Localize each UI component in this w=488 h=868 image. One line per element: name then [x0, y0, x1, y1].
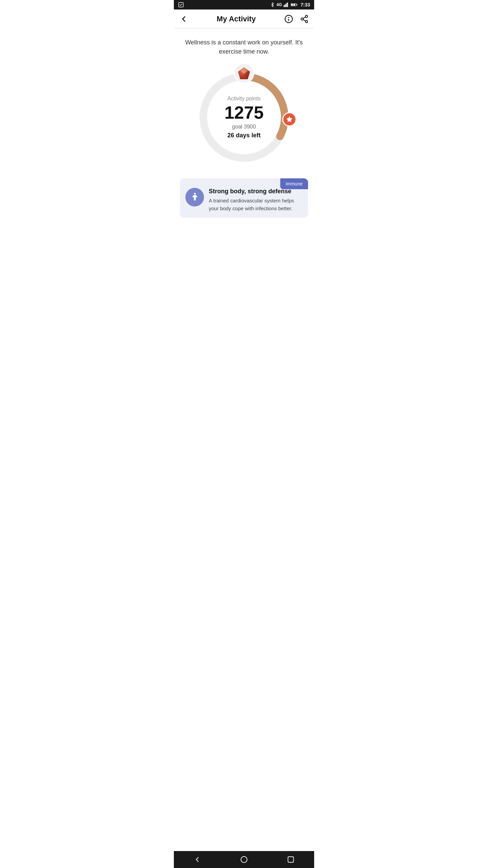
activity-goal: goal 3900 [224, 124, 264, 130]
activity-ring-section: Activity points 1275 goal 3900 26 days l… [174, 60, 314, 178]
svg-line-15 [303, 19, 305, 21]
back-button[interactable] [179, 15, 188, 23]
card-text: Strong body, strong defense A trained ca… [209, 188, 303, 212]
app-bar: My Activity [174, 9, 314, 28]
svg-marker-25 [286, 116, 292, 122]
card-badge: immune [280, 178, 308, 189]
activity-card: immune Strong body, strong defense A tra… [180, 178, 308, 218]
ring-center-info: Activity points 1275 goal 3900 26 days l… [224, 96, 264, 139]
bluetooth-icon [270, 2, 275, 7]
card-section: immune Strong body, strong defense A tra… [174, 178, 314, 224]
signal-icon [284, 2, 289, 7]
share-button[interactable] [300, 15, 309, 23]
battery-icon [291, 3, 298, 7]
svg-rect-4 [287, 2, 288, 7]
activity-points-label: Activity points [224, 96, 264, 102]
page-title: My Activity [217, 15, 256, 23]
star-badge [282, 112, 297, 126]
status-bar-right: 4G 7:33 [270, 2, 310, 7]
svg-line-16 [303, 17, 305, 18]
svg-point-26 [194, 193, 196, 194]
accessibility-icon [189, 192, 200, 203]
notification-icon [178, 2, 184, 8]
activity-points-value: 1275 [224, 103, 264, 122]
card-content: Strong body, strong defense A trained ca… [185, 188, 303, 212]
share-icon [300, 15, 309, 23]
network-label: 4G [277, 2, 282, 7]
info-icon [284, 15, 293, 23]
status-bar: 4G 7:33 [174, 0, 314, 9]
svg-rect-2 [285, 4, 286, 7]
svg-rect-3 [286, 3, 287, 7]
app-bar-actions [284, 15, 309, 23]
gem-svg [237, 66, 251, 81]
status-bar-left [178, 2, 184, 8]
star-icon [286, 116, 293, 123]
card-icon-circle [185, 188, 204, 206]
motivational-text: Wellness is a constant work on yourself.… [174, 28, 314, 60]
gem-icon [234, 63, 254, 83]
svg-rect-1 [284, 5, 285, 7]
info-button[interactable] [284, 15, 293, 23]
ring-container: Activity points 1275 goal 3900 26 days l… [193, 66, 295, 168]
days-left: 26 days left [224, 132, 264, 139]
card-description: A trained cardiovascular system helps yo… [209, 197, 303, 212]
clock: 7:33 [301, 2, 310, 7]
back-arrow-icon [179, 15, 188, 23]
svg-rect-6 [297, 4, 297, 5]
